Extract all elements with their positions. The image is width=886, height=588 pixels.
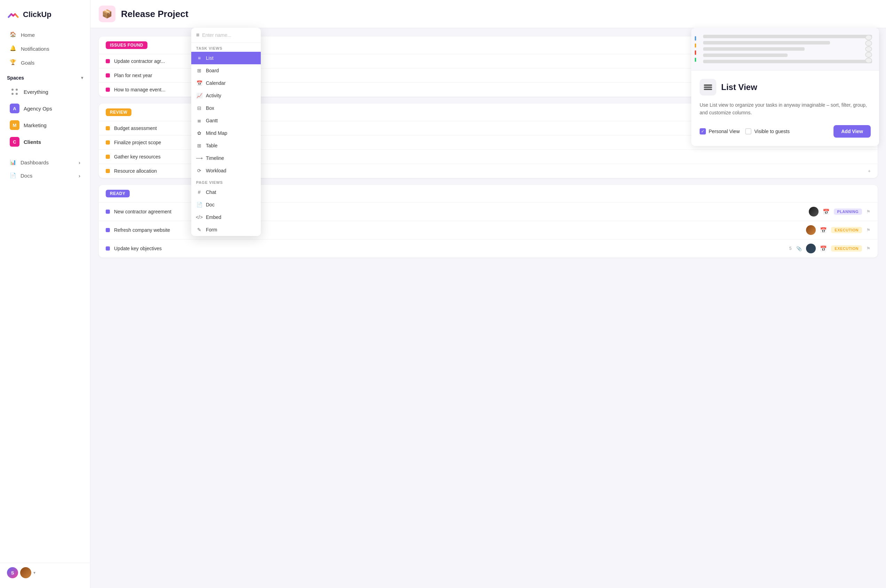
task-avatar: [806, 244, 816, 254]
calendar-icon: 📅: [823, 208, 830, 215]
status-badge: EXECUTION: [831, 245, 862, 252]
view-name-input[interactable]: [202, 32, 261, 38]
list-view-header: List View: [700, 79, 871, 96]
svg-rect-6: [704, 88, 712, 90]
yellow-bar: [695, 44, 696, 48]
svg-rect-4: [704, 84, 712, 86]
visible-guests-checkbox[interactable]: [745, 128, 751, 135]
list-view-icon: [700, 79, 716, 96]
sidebar-goals-label: Goals: [21, 60, 35, 66]
personal-view-checkbox[interactable]: ✓: [700, 128, 706, 135]
red-bar: [695, 50, 696, 55]
list-view-title: List View: [721, 82, 757, 92]
page-views-label: PAGE VIEWS: [191, 177, 261, 186]
dropdown-input-row: ≡: [191, 28, 261, 43]
preview-line: [703, 35, 872, 38]
dropdown-item-calendar[interactable]: 📅 Calendar: [191, 77, 261, 89]
view-footer: ✓ Personal View Visible to guests Add Vi…: [700, 125, 871, 138]
task-avatar: [809, 207, 818, 216]
color-bars: [695, 35, 696, 63]
dropdown-item-workload[interactable]: ⟳ Workload: [191, 164, 261, 177]
calendar-icon: 📅: [820, 245, 827, 252]
user-avatar: S: [7, 567, 18, 578]
activity-icon: 📈: [196, 93, 203, 99]
personal-view-label: Personal View: [709, 129, 740, 134]
task-item[interactable]: Update key objectives 5 📎 📅 EXECUTION ⚑: [99, 239, 878, 258]
review-badge: REVIEW: [106, 108, 131, 116]
table-icon: ⊞: [196, 142, 203, 149]
preview-line: [703, 54, 788, 57]
task-views-label: TASK VIEWS: [191, 43, 261, 52]
sidebar-item-home[interactable]: 🏠 Home: [3, 28, 87, 42]
sidebar-item-everything[interactable]: Everything: [3, 84, 87, 99]
task-dot-purple: [106, 210, 110, 214]
dropdown-item-table[interactable]: ⊞ Table: [191, 140, 261, 152]
dropdown-item-chat[interactable]: # Chat: [191, 186, 261, 198]
preview-circle: [865, 35, 872, 40]
svg-point-2: [12, 93, 14, 95]
dropdown-item-mind-map[interactable]: ✿ Mind Map: [191, 127, 261, 140]
preview-circle: [865, 52, 872, 57]
sidebar-item-goals[interactable]: 🏆 Goals: [3, 56, 87, 69]
dropdown-item-doc[interactable]: 📄 Doc: [191, 198, 261, 211]
task-dot-red: [106, 59, 110, 63]
sidebar: ClickUp 🏠 Home 🔔 Notifications 🏆 Goals S…: [0, 0, 90, 588]
dropdown-item-embed[interactable]: </> Embed: [191, 211, 261, 224]
personal-view-toggle[interactable]: ✓ Personal View: [700, 128, 740, 135]
sidebar-item-agency-ops[interactable]: A Agency Ops: [3, 101, 87, 116]
sidebar-item-notifications[interactable]: 🔔 Notifications: [3, 42, 87, 56]
docs-icon: 📄: [10, 172, 17, 178]
sidebar-item-dashboards[interactable]: 📊 Dashboards ›: [3, 156, 87, 169]
form-icon: ✎: [196, 226, 203, 233]
user-dropdown-icon: ▾: [33, 570, 36, 575]
calendar-icon: 📅: [820, 227, 827, 234]
visible-guests-toggle[interactable]: Visible to guests: [745, 128, 790, 135]
preview-line: [703, 41, 830, 45]
sidebar-home-label: Home: [21, 32, 35, 38]
dropdown-item-box[interactable]: ⊟ Box: [191, 102, 261, 114]
user-photo: [20, 567, 31, 578]
gantt-icon: ≣: [196, 117, 203, 124]
dropdown-item-gantt[interactable]: ≣ Gantt: [191, 114, 261, 127]
sidebar-item-clients[interactable]: C Clients: [3, 134, 87, 149]
clients-avatar: C: [10, 137, 20, 147]
task-dot-yellow: [106, 140, 110, 145]
sidebar-item-docs[interactable]: 📄 Docs ›: [3, 169, 87, 182]
dropdown-item-form[interactable]: ✎ Form: [191, 224, 261, 236]
dropdown-item-timeline[interactable]: ⟶ Timeline: [191, 152, 261, 164]
preview-circle: [865, 58, 872, 63]
list-view-preview: [691, 28, 879, 70]
green-bar: [695, 58, 696, 62]
clickup-logo-icon: [7, 8, 20, 21]
marketing-label: Marketing: [24, 122, 47, 128]
preview-lines: [703, 35, 872, 63]
agency-ops-label: Agency Ops: [24, 106, 52, 111]
flag-icon: ⚑: [866, 209, 871, 214]
dashboards-icon: 📊: [10, 159, 17, 165]
dropdown-item-list[interactable]: ≡ List: [191, 52, 261, 64]
task-meta: 📅 PLANNING ⚑: [809, 207, 871, 216]
project-icon: 📦: [99, 6, 116, 22]
logo[interactable]: ClickUp: [0, 6, 90, 28]
add-view-button[interactable]: Add View: [833, 125, 871, 138]
ready-badge: READY: [106, 190, 130, 197]
user-bottom[interactable]: S ▾: [0, 562, 90, 582]
spaces-chevron-icon[interactable]: ▾: [81, 75, 83, 80]
attachment-icon: 📎: [796, 246, 802, 251]
blue-bar: [695, 36, 696, 40]
task-name: Update key objectives: [114, 246, 785, 251]
workload-icon: ⟳: [196, 168, 203, 174]
preview-circles: [865, 35, 872, 63]
view-dropdown-panel: ≡ TASK VIEWS ≡ List ⊞ Board 📅 Calendar 📈…: [191, 28, 261, 236]
preview-content: [698, 35, 872, 63]
project-title: Release Project: [121, 9, 188, 20]
task-dot-red: [106, 88, 110, 92]
flag-icon: ⚑: [866, 246, 871, 251]
svg-rect-5: [704, 87, 712, 88]
dropdown-item-board[interactable]: ⊞ Board: [191, 64, 261, 77]
task-dot-yellow: [106, 154, 110, 159]
svg-point-3: [16, 93, 18, 95]
sidebar-item-marketing[interactable]: M Marketing: [3, 117, 87, 133]
add-icon[interactable]: +: [868, 168, 871, 174]
dropdown-item-activity[interactable]: 📈 Activity: [191, 89, 261, 102]
